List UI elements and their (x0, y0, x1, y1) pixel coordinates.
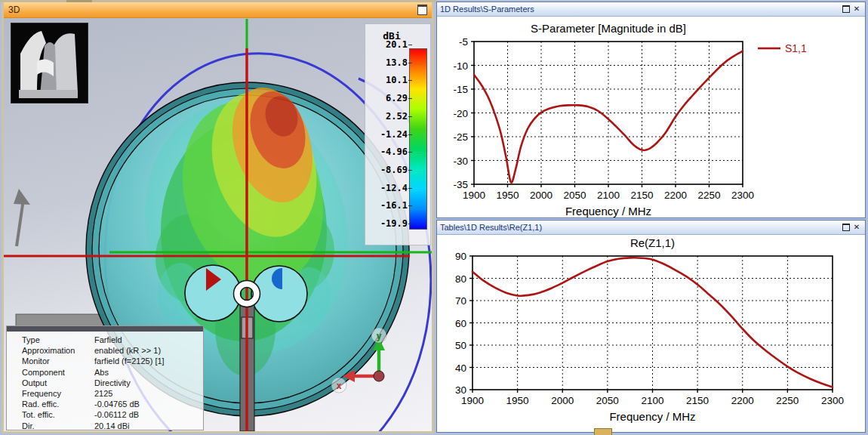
x-tick-label: 2200 (731, 395, 754, 406)
y-tick-label: 90 (455, 251, 466, 262)
x-tick-label: 2300 (821, 395, 844, 406)
y-tick-label: 60 (455, 318, 466, 329)
colorbar-tick (408, 152, 412, 153)
impedance-window-titlebar[interactable]: Tables\1D Results\Re(Z1,1) ✕ (437, 221, 865, 235)
info-label: Tot. effic. (7, 409, 94, 420)
colorbar-label: 2.52 (368, 112, 408, 121)
y-tick-label: -15 (453, 84, 468, 95)
3d-viewport[interactable]: y x dBi 20.113.810.16.292.52-1.24-4.96-8… (4, 18, 432, 431)
y-tick-label: 50 (455, 340, 466, 351)
info-label: Approximation (7, 345, 94, 356)
colorbar-label: 10.1 (368, 76, 408, 85)
colorbar-label: -12.4 (368, 184, 408, 193)
x-tick-label: 2000 (551, 395, 574, 406)
model-thumbnail (11, 23, 88, 103)
info-label: Frequency (7, 388, 94, 399)
x-tick-label: 1900 (461, 395, 484, 406)
sparam-window-titlebar[interactable]: 1D Results\S-Parameters ✕ (437, 2, 865, 17)
sparam-plot-area: 190019502000205021002150220022502300-5-1… (437, 17, 865, 218)
colorbar-tick (408, 63, 412, 63)
x-tick-label: 2250 (697, 190, 720, 201)
info-label: Monitor (7, 356, 94, 366)
y-tick-label: 40 (455, 362, 466, 374)
x-tick-label: 2000 (530, 190, 553, 201)
colorbar-label: 13.8 (368, 58, 408, 67)
colorbar-label: -1.24 (368, 130, 408, 139)
chart-xlabel: Frequency / MHz (565, 205, 651, 218)
x-tick-label: 1950 (506, 395, 529, 406)
x-tick-label: 2150 (686, 395, 709, 406)
colorbar-label: -8.69 (368, 165, 408, 174)
farfield-info-row: Approximationenabled (kR >> 1) (7, 345, 203, 356)
colorbar-tick (408, 45, 412, 45)
info-value: enabled (kR >> 1) (94, 345, 203, 356)
colorbar: dBi 20.113.810.16.292.52-1.24-4.96-8.69-… (365, 23, 431, 245)
maximize-icon[interactable] (841, 5, 851, 14)
y-tick-label: -5 (459, 36, 468, 48)
maximize-icon[interactable] (841, 223, 851, 233)
x-tick-label: 2250 (776, 395, 799, 406)
y-tick-label: 30 (455, 384, 466, 396)
info-value: -0.04765 dB (94, 399, 203, 409)
model-thumbnail-drawing (11, 23, 86, 101)
colorbar-tick (408, 134, 412, 135)
impedance-plot-area: 1900195020002050210021502200225023009080… (437, 235, 865, 432)
colorbar-tick (408, 116, 412, 117)
x-tick-label: 2100 (597, 190, 620, 201)
info-label: Component (7, 367, 94, 378)
colorbar-label: -4.96 (368, 147, 408, 156)
y-tick-label: 80 (455, 273, 466, 285)
y-tick-label: -30 (453, 156, 468, 167)
sparam-window-title: 1D Results\S-Parameters (440, 5, 841, 14)
info-value: Abs (94, 367, 203, 378)
farfield-info-box: TypeFarfieldApproximationenabled (kR >> … (6, 325, 204, 430)
info-label: Output (7, 378, 94, 388)
colorbar-tick (408, 80, 412, 81)
impedance-window-title: Tables\1D Results\Re(Z1,1) (440, 223, 841, 232)
maximize-icon[interactable] (417, 5, 427, 15)
3d-window-title: 3D (8, 5, 20, 15)
info-value: -0.06112 dB (94, 409, 203, 420)
sparam-chart[interactable]: 190019502000205021002150220022502300-5-1… (437, 17, 865, 218)
info-label: Rad. effic. (7, 399, 94, 409)
info-value: farfield (f=2125) [1] (94, 356, 203, 366)
colorbar-label: 6.29 (368, 94, 408, 103)
x-tick-label: 1900 (463, 190, 485, 201)
colorbar-tick (408, 170, 412, 171)
view-arrow-icon (14, 189, 30, 246)
info-label: Type (7, 335, 94, 345)
x-tick-label: 2200 (664, 190, 687, 201)
close-icon[interactable]: ✕ (851, 5, 862, 14)
farfield-info-header (7, 326, 203, 332)
taskbar-remnant-chip (594, 428, 612, 435)
farfield-info-row: TypeFarfield (7, 335, 203, 345)
close-icon[interactable]: ✕ (851, 223, 862, 233)
legend-label: S1,1 (785, 42, 807, 54)
y-tick-label: -20 (453, 108, 468, 119)
farfield-info-row: Rad. effic.-0.04765 dB (7, 399, 203, 409)
sparam-window: 1D Results\S-Parameters ✕ 19001950200020… (436, 2, 866, 218)
chart-title: Re(Z1,1) (630, 236, 675, 249)
farfield-info-row: Tot. effic.-0.06112 dB (7, 409, 203, 420)
3d-window-titlebar[interactable]: 3D (4, 2, 432, 18)
colorbar-label: -19.9 (368, 219, 408, 228)
colorbar-tick (408, 205, 412, 206)
colorbar-tick (408, 224, 412, 224)
farfield-info-row: Dir.20.14 dBi (7, 421, 203, 431)
x-tick-label: 1950 (496, 190, 519, 201)
impedance-window: Tables\1D Results\Re(Z1,1) ✕ 19001950200… (436, 220, 866, 433)
impedance-chart[interactable]: 1900195020002050210021502200225023009080… (437, 235, 865, 432)
info-value: Directivity (94, 378, 203, 388)
x-tick-label: 2150 (630, 190, 653, 201)
x-tick-label: 2050 (563, 190, 586, 201)
colorbar-label: 20.1 (368, 40, 408, 49)
chart-xlabel: Frequency / MHz (609, 410, 695, 423)
colorbar-gradient (409, 48, 427, 230)
info-label: Dir. (7, 421, 94, 431)
x-tick-label: 2300 (731, 190, 754, 201)
colorbar-label: -16.1 (368, 201, 408, 210)
x-axis-badge: x (336, 381, 341, 391)
y-tick-label: -35 (453, 179, 468, 190)
colorbar-tick (408, 98, 412, 99)
x-tick-label: 2100 (641, 395, 663, 406)
